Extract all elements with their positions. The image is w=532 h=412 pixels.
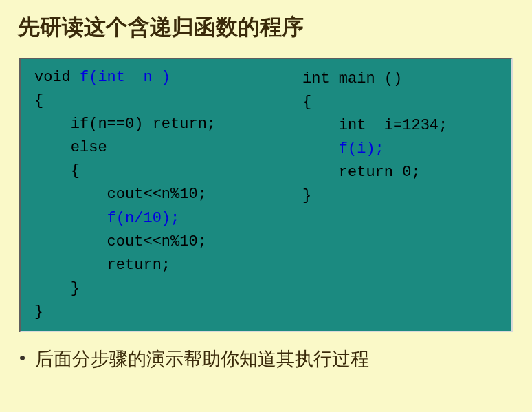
code-r6: } <box>302 187 311 204</box>
code-line-9: return; <box>34 257 170 274</box>
slide-title: 先研读这个含递归函数的程序 <box>0 0 532 43</box>
code-line-4: else <box>34 139 107 156</box>
bullet-marker: • <box>19 347 25 369</box>
code-r1: int main () <box>302 70 402 87</box>
code-r2: { <box>302 94 311 111</box>
bullet-text: 后面分步骤的演示帮助你知道其执行过程 <box>35 347 369 371</box>
code-r4a <box>302 140 339 158</box>
code-line-5: { <box>34 162 80 180</box>
code-block: void f(int n ) { if(n==0) return; else {… <box>19 58 513 332</box>
code-line-6: cout<<n%10; <box>34 186 207 203</box>
code-line-1b: f(int n ) <box>80 69 170 86</box>
code-line-3: if(n==0) return; <box>34 116 216 133</box>
code-r3: int i=1234; <box>302 117 447 134</box>
bullet-item: • 后面分步骤的演示帮助你知道其执行过程 <box>19 347 532 371</box>
code-right-column: int main () { int i=1234; f(i); return 0… <box>296 66 498 324</box>
code-line-11: } <box>34 303 43 321</box>
code-line-1a: void <box>34 69 80 86</box>
code-line-7b: f(n/10); <box>107 210 180 227</box>
code-line-8: cout<<n%10; <box>34 233 207 250</box>
code-line-2: { <box>34 92 43 109</box>
code-line-10: } <box>34 280 80 297</box>
code-r4b: f(i); <box>339 140 384 158</box>
code-r5: return 0; <box>302 164 421 181</box>
code-left-column: void f(int n ) { if(n==0) return; else {… <box>34 66 275 324</box>
code-line-7a <box>34 210 107 227</box>
